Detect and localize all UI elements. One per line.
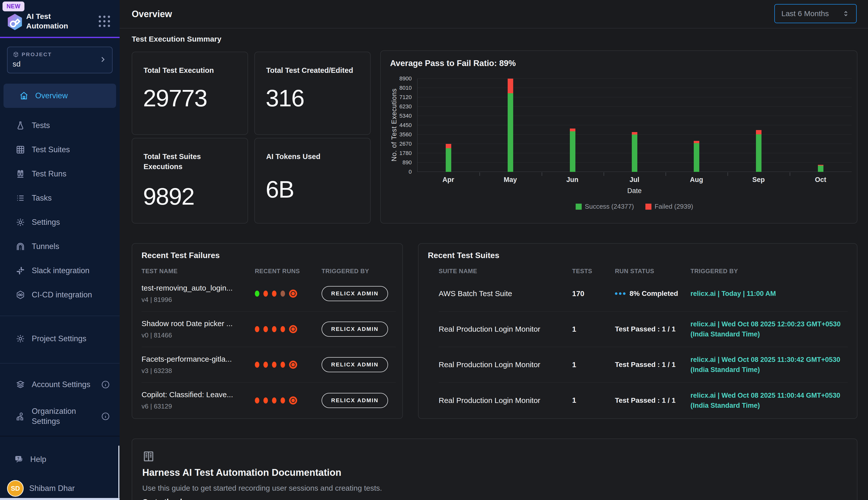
sidebar-item-test-runs[interactable]: Test Runs: [0, 162, 120, 186]
x-tick-label: Sep: [727, 176, 789, 184]
triggered-by-link[interactable]: relicx.ai | Wed Oct 08 2025 11:30:42 GMT…: [691, 355, 848, 375]
table-row[interactable]: Shadow root Date picker ... v0 | 81466 R…: [141, 311, 396, 347]
run-dot-orange: [263, 362, 268, 368]
triggered-by-button[interactable]: RELICX ADMIN: [321, 321, 388, 337]
x-tick-label: Jun: [541, 176, 603, 184]
suite-name[interactable]: AWS Batch Test Suite: [439, 289, 572, 298]
bar-slot: [666, 79, 727, 172]
sidebar-item-label: Settings: [32, 218, 60, 227]
table-row[interactable]: Facets-performance-gitla... v3 | 63238 R…: [141, 347, 396, 383]
sidebar-item-label: Organization Settings: [32, 406, 95, 427]
test-name[interactable]: test-removing_auto_login...: [141, 284, 255, 292]
y-tick-label: 5340: [399, 113, 412, 119]
triggered-by-button[interactable]: RELICX ADMIN: [321, 357, 388, 372]
recent-runs-dots: [255, 396, 321, 405]
suite-name[interactable]: Real Production Login Monitor: [439, 396, 572, 405]
suite-name[interactable]: Real Production Login Monitor: [439, 325, 572, 333]
docs-icon: [142, 450, 155, 463]
run-status-text: Test Passed : 1 / 1: [615, 361, 676, 369]
test-meta: v3 | 63238: [141, 367, 255, 375]
test-name[interactable]: Copilot: Classified: Leave...: [141, 390, 255, 399]
column-header: TRIGGERED BY: [691, 268, 848, 275]
time-filter-select[interactable]: Last 6 Months: [774, 4, 857, 23]
user-menu[interactable]: SD Shibam Dhar: [0, 476, 120, 500]
test-name[interactable]: Shadow root Date picker ...: [141, 319, 255, 328]
project-selector[interactable]: PROJECT sd: [7, 47, 113, 73]
info-icon[interactable]: [101, 412, 110, 421]
failed-segment: [756, 130, 762, 134]
triggered-by-link[interactable]: relicx.ai | Today | 11:00 AM: [691, 288, 848, 299]
chevron-right-icon: [99, 56, 106, 63]
run-dot-brown: [281, 291, 285, 297]
home-icon: [19, 91, 29, 101]
gear-icon: [16, 334, 25, 343]
infinity-hexagon-icon: [16, 290, 25, 300]
module-switcher-icon[interactable]: [99, 16, 110, 27]
failed-segment: [446, 144, 451, 148]
table-row[interactable]: test-removing_auto_login... v4 | 81996 R…: [141, 276, 396, 311]
sidebar-item-tunnels[interactable]: Tunnels: [0, 234, 120, 259]
sidebar-item-organization-settings[interactable]: Organization Settings: [0, 399, 120, 434]
running-indicator-icon: [615, 292, 625, 295]
run-dot-orange: [255, 326, 259, 332]
documentation-card: Harness AI Test Automation Documentation…: [132, 439, 857, 500]
table-row[interactable]: Real Production Login Monitor 1 Test Pas…: [439, 311, 848, 347]
info-icon[interactable]: [101, 380, 110, 389]
triggered-by-link[interactable]: relicx.ai | Wed Oct 08 2025 12:00:23 GMT…: [691, 319, 848, 339]
go-to-docs-link[interactable]: Go to the docs →: [142, 498, 205, 500]
chart-plot: [417, 79, 852, 172]
test-meta: v4 | 81996: [141, 296, 255, 304]
stat-value: 9892: [143, 183, 194, 210]
avatar: SD: [7, 480, 24, 497]
stacked-bar-may: [508, 79, 513, 172]
sidebar-item-overview[interactable]: Overview: [3, 84, 116, 108]
x-axis-tick: [479, 172, 480, 176]
triggered-by-button[interactable]: RELICX ADMIN: [321, 286, 388, 301]
card-title: Recent Test Failures: [141, 251, 220, 260]
sidebar-item-cicd-integration[interactable]: CI-CD integration: [0, 283, 120, 307]
sidebar-item-settings[interactable]: Settings: [0, 210, 120, 234]
svg-text:?: ?: [17, 456, 20, 461]
bar-slot: [603, 79, 666, 172]
tunnel-icon: [16, 242, 25, 251]
sidebar-vertical-scrollbar[interactable]: [118, 445, 119, 498]
bar-slot: [542, 79, 603, 172]
sidebar-item-slack-integration[interactable]: Slack integration: [0, 259, 120, 283]
stacked-bar-sep: [756, 79, 762, 172]
cube-icon: [13, 51, 19, 58]
sidebar-item-account-settings[interactable]: Account Settings: [0, 373, 120, 397]
stat-label: Total Test Execution: [143, 65, 234, 75]
test-name[interactable]: Facets-performance-gitla...: [141, 355, 255, 363]
triggered-by-link[interactable]: relicx.ai | Wed Oct 08 2025 11:00:44 GMT…: [691, 390, 848, 410]
x-axis-tick: [603, 172, 604, 176]
y-tick-label: 890: [402, 159, 412, 166]
run-dot-orange: [272, 362, 277, 368]
suite-name[interactable]: Real Production Login Monitor: [439, 360, 572, 369]
run-status-text: Test Passed : 1 / 1: [615, 396, 676, 405]
run-dot-orange: [272, 397, 277, 404]
y-tick-label: 4450: [399, 122, 412, 128]
legend-label: Failed (2939): [655, 203, 693, 211]
table-row[interactable]: AWS Batch Test Suite 170 8% Completed re…: [439, 276, 848, 311]
sidebar-item-help[interactable]: ? Help: [0, 447, 120, 471]
sidebar-item-label: Slack integration: [32, 266, 90, 275]
sidebar-item-test-suites[interactable]: Test Suites: [0, 138, 120, 162]
y-tick-label: 0: [409, 169, 412, 175]
help-chat-icon: ?: [14, 455, 24, 464]
sidebar-horizontal-scrollbar[interactable]: [0, 498, 120, 500]
table-row[interactable]: Real Production Login Monitor 1 Test Pas…: [439, 383, 848, 418]
run-dot-orange: [263, 291, 268, 297]
table-row[interactable]: Copilot: Classified: Leave... v6 | 63129…: [141, 383, 396, 418]
sidebar-item-tests[interactable]: Tests: [0, 113, 120, 138]
recent-test-suites-card: Recent Test Suites SUITE NAME TESTS RUN …: [418, 243, 857, 419]
sidebar-item-project-settings[interactable]: Project Settings: [0, 327, 120, 351]
success-segment: [694, 143, 699, 172]
table-row[interactable]: Real Production Login Monitor 1 Test Pas…: [439, 347, 848, 383]
sidebar-item-tasks[interactable]: Tasks: [0, 186, 120, 210]
stat-card: AI Tokens Used 6B: [254, 138, 371, 224]
success-segment: [818, 166, 823, 172]
run-dot-ring: [289, 396, 297, 405]
triggered-by-button[interactable]: RELICX ADMIN: [321, 393, 388, 408]
run-status-text: Test Passed : 1 / 1: [615, 325, 676, 333]
run-dot-orange: [272, 326, 277, 332]
